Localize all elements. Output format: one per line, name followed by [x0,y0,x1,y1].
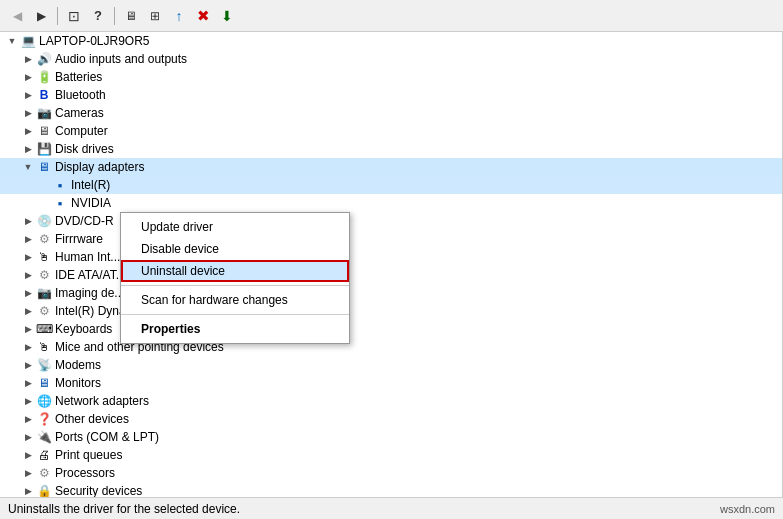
intel-label: Intel(R) [71,178,110,192]
ports-icon: 🔌 [36,429,52,445]
back-btn[interactable]: ◀ [6,5,28,27]
forward-btn[interactable]: ▶ [30,5,52,27]
network-expand[interactable]: ▶ [20,393,36,409]
mice-expand[interactable]: ▶ [20,339,36,355]
tree-item-dvdcd[interactable]: ▶ 💿 DVD/CD-R [0,212,782,230]
update-driver-btn[interactable]: ↑ [168,5,190,27]
security-icon: 🔒 [36,483,52,497]
main-area: ▼ 💻 LAPTOP-0LJR9OR5 ▶ 🔊 Audio inputs and… [0,32,783,497]
uninstall-device-label: Uninstall device [141,264,225,278]
inteldynamic-expand[interactable]: ▶ [20,303,36,319]
tree-item-diskdrives[interactable]: ▶ 💾 Disk drives [0,140,782,158]
context-separator-2 [121,314,349,315]
imagingdev-label: Imaging de... [55,286,124,300]
processor-icon: ⚙ [36,465,52,481]
displayadapter-icon: 🖥 [36,159,52,175]
tree-item-mice[interactable]: ▶ 🖱 Mice and other pointing devices [0,338,782,356]
security-expand[interactable]: ▶ [20,483,36,497]
tree-item-ports[interactable]: ▶ 🔌 Ports (COM & LPT) [0,428,782,446]
batteries-label: Batteries [55,70,102,84]
monitors-expand[interactable]: ▶ [20,375,36,391]
ideata-expand[interactable]: ▶ [20,267,36,283]
cameras-expand[interactable]: ▶ [20,105,36,121]
scan-btn[interactable]: ⊞ [144,5,166,27]
computer-label: Computer [55,124,108,138]
nvidia-icon: ▪ [52,195,68,211]
device-tree[interactable]: ▼ 💻 LAPTOP-0LJR9OR5 ▶ 🔊 Audio inputs and… [0,32,783,497]
modems-expand[interactable]: ▶ [20,357,36,373]
ideata-icon: ⚙ [36,267,52,283]
status-bar: Uninstalls the driver for the selected d… [0,497,783,519]
display-manager-btn[interactable]: 🖥 [120,5,142,27]
tree-item-computer[interactable]: ▶ 🖥 Computer [0,122,782,140]
ports-expand[interactable]: ▶ [20,429,36,445]
imagingdev-expand[interactable]: ▶ [20,285,36,301]
tree-item-network[interactable]: ▶ 🌐 Network adapters [0,392,782,410]
diskdrives-expand[interactable]: ▶ [20,141,36,157]
computer-icon: 🖥 [36,123,52,139]
tree-item-keyboards[interactable]: ▶ ⌨ Keyboards [0,320,782,338]
tree-item-humanint[interactable]: ▶ 🖱 Human Int... [0,248,782,266]
modems-label: Modems [55,358,101,372]
tree-item-audio[interactable]: ▶ 🔊 Audio inputs and outputs [0,50,782,68]
tree-item-firmware[interactable]: ▶ ⚙ Firrrware [0,230,782,248]
processors-label: Processors [55,466,115,480]
tree-item-processors[interactable]: ▶ ⚙ Processors [0,464,782,482]
dvdcd-expand[interactable]: ▶ [20,213,36,229]
tree-item-monitors[interactable]: ▶ 🖥 Monitors [0,374,782,392]
printqueues-label: Print queues [55,448,122,462]
tree-item-modems[interactable]: ▶ 📡 Modems [0,356,782,374]
batteries-expand[interactable]: ▶ [20,69,36,85]
help-btn[interactable]: ? [87,5,109,27]
firmware-expand[interactable]: ▶ [20,231,36,247]
tree-item-ideata[interactable]: ▶ ⚙ IDE ATA/AT... [0,266,782,284]
tree-item-nvidia[interactable]: ▪ NVIDIA [0,194,782,212]
tree-item-imagingdev[interactable]: ▶ 📷 Imaging de... [0,284,782,302]
context-scan-hardware[interactable]: Scan for hardware changes [121,289,349,311]
network-label: Network adapters [55,394,149,408]
scan-hardware-label: Scan for hardware changes [141,293,288,307]
tree-item-security[interactable]: ▶ 🔒 Security devices [0,482,782,497]
tree-item-cameras[interactable]: ▶ 📷 Cameras [0,104,782,122]
displayadapters-expand[interactable]: ▼ [20,159,36,175]
context-uninstall-device[interactable]: Uninstall device [121,260,349,282]
tree-item-bluetooth[interactable]: ▶ B Bluetooth [0,86,782,104]
context-update-driver[interactable]: Update driver [121,216,349,238]
humanint-expand[interactable]: ▶ [20,249,36,265]
other-expand[interactable]: ▶ [20,411,36,427]
tree-item-displayadapters[interactable]: ▼ 🖥 Display adapters [0,158,782,176]
tree-item-batteries[interactable]: ▶ 🔋 Batteries [0,68,782,86]
context-disable-device[interactable]: Disable device [121,238,349,260]
monitors-label: Monitors [55,376,101,390]
context-properties[interactable]: Properties [121,318,349,340]
separator-1 [57,7,58,25]
inteldynamic-icon: ⚙ [36,303,52,319]
audio-expand[interactable]: ▶ [20,51,36,67]
computer-expand[interactable]: ▶ [20,123,36,139]
tree-item-other[interactable]: ▶ ❓ Other devices [0,410,782,428]
other-icon: ❓ [36,411,52,427]
nvidia-label: NVIDIA [71,196,111,210]
separator-2 [114,7,115,25]
tree-item-printqueues[interactable]: ▶ 🖨 Print queues [0,446,782,464]
tree-item-inteldynamic[interactable]: ▶ ⚙ Intel(R) Dynamic Platform and Therma… [0,302,782,320]
diskdrive-icon: 💾 [36,141,52,157]
firmware-label: Firrrware [55,232,103,246]
keyboards-expand[interactable]: ▶ [20,321,36,337]
root-expand[interactable]: ▼ [4,33,20,49]
monitors-icon: 🖥 [36,375,52,391]
modem-icon: 📡 [36,357,52,373]
printqueues-expand[interactable]: ▶ [20,447,36,463]
properties-btn[interactable]: ⊡ [63,5,85,27]
security-label: Security devices [55,484,142,497]
bluetooth-expand[interactable]: ▶ [20,87,36,103]
bluetooth-label: Bluetooth [55,88,106,102]
battery-icon: 🔋 [36,69,52,85]
download-btn[interactable]: ⬇ [216,5,238,27]
tree-root[interactable]: ▼ 💻 LAPTOP-0LJR9OR5 [0,32,782,50]
tree-item-intel[interactable]: ▪ Intel(R) [0,176,782,194]
ideata-label: IDE ATA/AT... [55,268,126,282]
uninstall-btn[interactable]: ✖ [192,5,214,27]
network-icon: 🌐 [36,393,52,409]
processors-expand[interactable]: ▶ [20,465,36,481]
